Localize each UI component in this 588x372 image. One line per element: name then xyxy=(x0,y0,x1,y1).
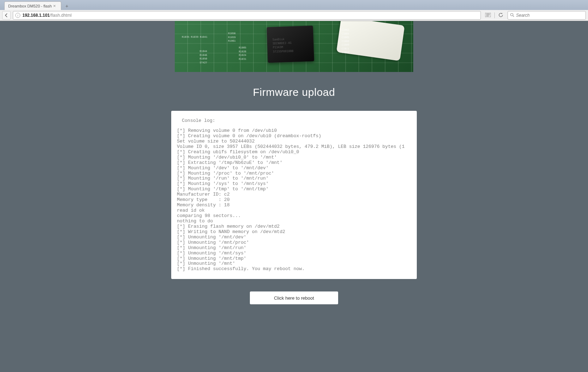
close-tab-icon[interactable]: × xyxy=(52,3,57,9)
browser-chrome: Dreambox DM520 - flash × + i 192.168.1.1… xyxy=(0,0,588,21)
reader-icon[interactable] xyxy=(485,12,491,18)
console-box: Console log: [*] Removing volume 0 from … xyxy=(171,111,417,279)
new-tab-button[interactable]: + xyxy=(63,2,71,10)
tab-title: Dreambox DM520 - flash xyxy=(8,4,52,8)
reboot-button[interactable]: Click here to reboot xyxy=(250,291,338,304)
console-label: Console log: xyxy=(177,118,411,123)
back-arrow-icon xyxy=(4,13,9,18)
back-button[interactable] xyxy=(2,11,11,20)
svg-line-5 xyxy=(513,16,514,17)
url-host: 192.168.1.101 xyxy=(22,13,50,18)
browser-tab[interactable]: Dreambox DM520 - flash × xyxy=(4,1,61,10)
pcb-chip: SanDisk SDIN8DE2-4G P1343M 3723SP0018BB xyxy=(267,26,314,63)
info-icon[interactable]: i xyxy=(15,13,20,18)
pcb-label: R1044 R1046 R1050 ST427 xyxy=(200,50,207,64)
toolbar-divider xyxy=(494,12,495,18)
pcb-label: R1005 R1026 R1024 R1031 xyxy=(239,46,246,61)
pcb-label: R1056 R1059 R1061 xyxy=(228,32,236,43)
console-log: [*] Removing volume 0 from /dev/ubi0 [*]… xyxy=(177,128,411,272)
url-bar: i 192.168.1.101/flash.dhtml xyxy=(0,10,588,21)
reload-icon[interactable] xyxy=(498,12,503,19)
header-image: SanDisk SDIN8DE2-4G P1343M 3723SP0018BB … xyxy=(175,21,413,72)
url-text: 192.168.1.101/flash.dhtml xyxy=(22,13,72,18)
page-content: SanDisk SDIN8DE2-4G P1343M 3723SP0018BB … xyxy=(0,21,588,372)
search-input[interactable] xyxy=(516,13,583,18)
pcb-label: R1035 R1039 R1041 xyxy=(182,35,208,39)
page-title: Firmware upload xyxy=(253,86,335,98)
pcb-label: C1002 C1004 C1005 C1008 C1009 C1011 C101… xyxy=(342,28,349,55)
search-icon xyxy=(510,13,514,18)
toolbar-icons xyxy=(483,12,505,19)
url-path: /flash.dhtml xyxy=(50,13,72,18)
chip-label: SanDisk SDIN8DE2-4G P1343M 3723SP0018BB xyxy=(272,37,293,54)
tab-bar: Dreambox DM520 - flash × + xyxy=(0,0,588,10)
search-field[interactable] xyxy=(508,11,586,20)
url-field[interactable]: i 192.168.1.101/flash.dhtml xyxy=(13,11,481,20)
svg-point-4 xyxy=(511,13,513,16)
